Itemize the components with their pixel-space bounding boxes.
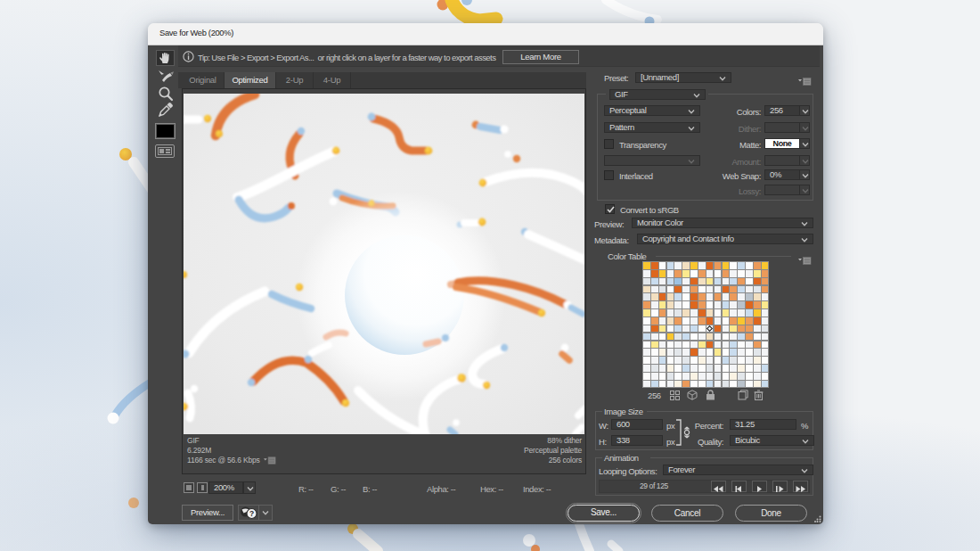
svg-text:?: ? xyxy=(249,509,254,518)
